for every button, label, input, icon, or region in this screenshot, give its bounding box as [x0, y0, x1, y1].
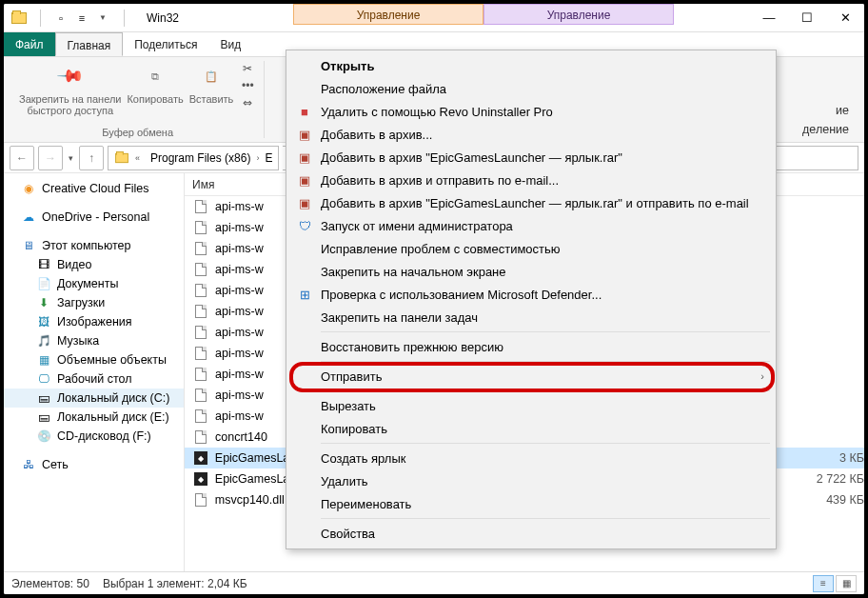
sidebar: ◉Creative Cloud Files ☁OneDrive - Person… — [4, 173, 185, 573]
sidebar-item-diskc[interactable]: 🖴Локальный диск (C:) — [4, 389, 184, 408]
rar-icon: ▣ — [296, 171, 313, 189]
onedrive-icon: ☁ — [21, 210, 36, 224]
cm-arch4[interactable]: ▣Добавить в архив "EpicGamesLauncher — я… — [288, 191, 774, 214]
cm-restore[interactable]: Восстановить прежнюю версию — [288, 335, 774, 358]
file-icon — [192, 262, 209, 277]
pc-icon: 🖥 — [21, 239, 36, 252]
cm-sendto[interactable]: Отправить› — [288, 365, 774, 388]
folder-icon — [115, 152, 128, 162]
minimize-button[interactable]: — — [750, 4, 788, 30]
cm-arch1[interactable]: ▣Добавить в архив... — [288, 123, 774, 146]
cm-pin-taskbar[interactable]: Закрепить на панели задач — [288, 306, 774, 329]
status-selection: Выбран 1 элемент: 2,04 КБ — [103, 577, 247, 590]
sidebar-item-ccf[interactable]: ◉Creative Cloud Files — [4, 179, 184, 198]
sidebar-item-onedrive[interactable]: ☁OneDrive - Personal — [4, 208, 184, 227]
crumb-1[interactable]: Program Files (x86) — [150, 151, 250, 165]
copypath-icon[interactable]: ••• — [239, 78, 256, 93]
cut-text-2: деление — [802, 123, 849, 136]
up-button[interactable]: ↑ — [79, 146, 104, 170]
view-details-button[interactable]: ≡ — [813, 575, 834, 592]
image-icon: 🖼 — [36, 315, 51, 329]
tab-file[interactable]: Файл — [4, 32, 55, 56]
pin-button[interactable]: 📌 Закрепить на панели быстрого доступа — [19, 61, 121, 116]
group-label-clipboard: Буфер обмена — [102, 125, 173, 138]
paste-button[interactable]: 📋 Вставить — [189, 61, 234, 105]
rar-icon: ▣ — [296, 194, 313, 211]
file-icon — [192, 325, 209, 340]
cm-shortcut[interactable]: Создать ярлык — [288, 447, 774, 469]
sidebar-item-thispc[interactable]: 🖥Этот компьютер — [4, 236, 184, 255]
sidebar-item-music[interactable]: 🎵Музыка — [4, 331, 184, 350]
cm-open[interactable]: Открыть — [288, 54, 774, 77]
context-menu: Открыть Расположение файла ■Удалить с по… — [286, 50, 777, 549]
paste-label: Вставить — [189, 93, 234, 105]
mini-actions: ✂ ••• ⇔ — [239, 61, 256, 110]
download-icon: ⬇ — [36, 296, 51, 309]
sidebar-item-videos[interactable]: 🎞Видео — [4, 255, 184, 274]
cm-copy[interactable]: Копировать — [288, 417, 774, 440]
cm-revo[interactable]: ■Удалить с помощью Revo Uninstaller Pro — [288, 100, 774, 123]
drive-icon: 🖴 — [36, 410, 51, 424]
status-count: Элементов: 50 — [11, 577, 89, 590]
history-dropdown[interactable]: ▾ — [67, 153, 75, 163]
qa-icon2[interactable]: ≡ — [72, 9, 91, 28]
sidebar-item-documents[interactable]: 📄Документы — [4, 274, 184, 293]
close-button[interactable]: ✕ — [826, 4, 864, 30]
copy-button[interactable]: ⧉ Копировать — [127, 61, 183, 105]
contextual-tab-tools1[interactable]: Управление — [293, 4, 483, 25]
cut-icon[interactable]: ✂ — [239, 61, 256, 76]
file-icon — [192, 429, 209, 445]
cm-props[interactable]: Свойства — [288, 522, 774, 545]
sidebar-item-diskf[interactable]: 💿CD-дисковод (F:) — [4, 427, 184, 446]
cm-arch3[interactable]: ▣Добавить в архив и отправить по e-mail.… — [288, 169, 774, 191]
maximize-button[interactable]: ☐ — [788, 4, 826, 30]
chevron-right-icon: › — [256, 153, 259, 163]
revo-icon: ■ — [296, 103, 313, 120]
cm-runas[interactable]: 🛡Запуск от имени администратора — [288, 214, 774, 237]
cm-open-location[interactable]: Расположение файла — [288, 77, 774, 100]
cube-icon: ▦ — [36, 353, 51, 367]
cm-arch2[interactable]: ▣Добавить в архив "EpicGamesLauncher — я… — [288, 146, 774, 169]
cm-defender[interactable]: ⊞Проверка с использованием Microsoft Def… — [288, 283, 774, 306]
pasteshortcut-icon[interactable]: ⇔ — [239, 95, 256, 110]
file-icon — [192, 283, 209, 298]
sidebar-item-desktop[interactable]: 🖵Рабочий стол — [4, 369, 184, 389]
qa-icon[interactable]: ▫ — [51, 9, 70, 28]
cm-rename[interactable]: Переименовать — [288, 492, 774, 515]
back-button[interactable]: ← — [10, 146, 34, 170]
cm-delete[interactable]: Удалить — [288, 469, 774, 492]
clipboard-icon: 📋 — [205, 70, 218, 83]
tab-view[interactable]: Вид — [208, 32, 252, 56]
file-icon — [192, 388, 209, 403]
qa-dropdown[interactable]: ▼ — [93, 9, 112, 28]
doc-icon: 📄 — [36, 277, 51, 290]
video-icon: 🎞 — [36, 258, 51, 271]
cm-cut[interactable]: Вырезать — [288, 394, 774, 417]
sidebar-item-pictures[interactable]: 🖼Изображения — [4, 312, 184, 331]
contextual-tabs: Управление Управление — [293, 4, 674, 25]
rar-icon: ▣ — [296, 149, 313, 166]
view-large-button[interactable]: ▦ — [836, 575, 857, 592]
chevron-right-icon[interactable]: « — [135, 153, 145, 163]
defender-icon: ⊞ — [296, 286, 313, 303]
file-icon: ◆ — [192, 450, 209, 466]
sidebar-item-diske[interactable]: 🖴Локальный диск (E:) — [4, 408, 184, 427]
tab-home[interactable]: Главная — [55, 32, 124, 56]
sidebar-item-network[interactable]: 🖧Сеть — [4, 455, 184, 474]
sidebar-item-3d[interactable]: ▦Объемные объекты — [4, 350, 184, 369]
copy-icon: ⧉ — [151, 70, 159, 83]
folder-icon — [10, 9, 29, 28]
cut-text-1: ие — [802, 104, 849, 117]
cm-compat[interactable]: Исправление проблем с совместимостью — [288, 237, 774, 260]
status-bar: Элементов: 50 Выбран 1 элемент: 2,04 КБ … — [4, 571, 864, 594]
desktop-icon: 🖵 — [36, 372, 51, 386]
file-icon — [192, 346, 209, 361]
tab-share[interactable]: Поделиться — [123, 32, 208, 56]
sidebar-item-downloads[interactable]: ⬇Загрузки — [4, 293, 184, 312]
cm-pin-start[interactable]: Закрепить на начальном экране — [288, 260, 774, 283]
breadcrumb[interactable]: « Program Files (x86) › E — [108, 146, 279, 170]
fwd-button[interactable]: → — [38, 146, 63, 170]
crumb-2[interactable]: E — [265, 151, 272, 165]
contextual-tab-tools2[interactable]: Управление — [483, 4, 674, 25]
explorer-window: ▫ ≡ ▼ Win32 Управление Управление — ☐ ✕ … — [0, 0, 868, 598]
